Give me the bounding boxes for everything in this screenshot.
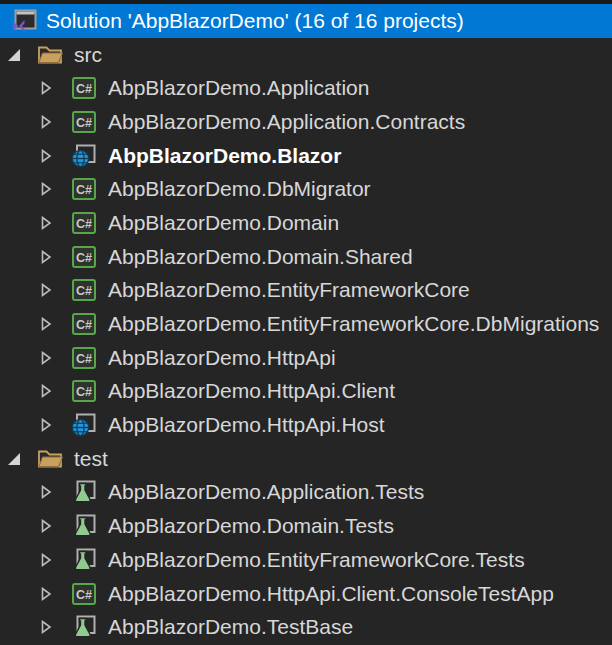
- tree-collapsed-icon[interactable]: [38, 518, 54, 534]
- tree-collapsed-icon[interactable]: [38, 350, 54, 366]
- test-project-icon: [70, 478, 98, 506]
- tree-collapsed-icon[interactable]: [38, 383, 54, 399]
- svg-text:C#: C#: [76, 183, 92, 197]
- web-project-icon: [70, 142, 98, 170]
- csharp-project-icon: C#: [70, 580, 98, 608]
- project-node[interactable]: AbpBlazorDemo.Domain.Tests: [0, 509, 612, 543]
- project-label: AbpBlazorDemo.HttpApi.Client: [108, 379, 395, 403]
- project-node[interactable]: C#AbpBlazorDemo.Domain.Shared: [0, 240, 612, 274]
- project-node[interactable]: AbpBlazorDemo.EntityFrameworkCore.Tests: [0, 543, 612, 577]
- project-node[interactable]: C#AbpBlazorDemo.HttpApi.Client.ConsoleTe…: [0, 577, 612, 611]
- project-label: AbpBlazorDemo.Blazor: [108, 144, 341, 168]
- svg-text:C#: C#: [76, 588, 92, 602]
- tree-expanded-icon[interactable]: [6, 451, 22, 467]
- tree-collapsed-icon[interactable]: [38, 249, 54, 265]
- folder-node-src[interactable]: src: [0, 38, 612, 72]
- project-label: AbpBlazorDemo.EntityFrameworkCore.Tests: [108, 548, 525, 572]
- project-label: AbpBlazorDemo.EntityFrameworkCore: [108, 278, 470, 302]
- csharp-project-icon: C#: [70, 108, 98, 136]
- tree-collapsed-icon[interactable]: [38, 316, 54, 332]
- project-label: AbpBlazorDemo.Domain.Shared: [108, 245, 413, 269]
- tree-expanded-icon[interactable]: [6, 47, 22, 63]
- solution-node[interactable]: Solution 'AbpBlazorDemo' (16 of 16 proje…: [0, 4, 612, 38]
- csharp-project-icon: C#: [70, 377, 98, 405]
- csharp-project-icon: C#: [70, 344, 98, 372]
- svg-text:C#: C#: [76, 352, 92, 366]
- folder-open-icon: [36, 445, 64, 473]
- project-label: AbpBlazorDemo.Application.Tests: [108, 480, 424, 504]
- project-node[interactable]: C#AbpBlazorDemo.EntityFrameworkCore.DbMi…: [0, 307, 612, 341]
- tree-collapsed-icon[interactable]: [38, 148, 54, 164]
- project-label: AbpBlazorDemo.Application.Contracts: [108, 110, 465, 134]
- project-label: AbpBlazorDemo.Application: [108, 76, 369, 100]
- project-label: AbpBlazorDemo.HttpApi: [108, 346, 336, 370]
- tree-collapsed-icon[interactable]: [38, 114, 54, 130]
- test-project-icon: [70, 512, 98, 540]
- project-node[interactable]: C#AbpBlazorDemo.Domain: [0, 206, 612, 240]
- svg-text:C#: C#: [76, 82, 92, 96]
- svg-text:C#: C#: [76, 116, 92, 130]
- project-label: AbpBlazorDemo.HttpApi.Host: [108, 413, 385, 437]
- svg-text:C#: C#: [76, 284, 92, 298]
- svg-text:C#: C#: [76, 385, 92, 399]
- project-node[interactable]: C#AbpBlazorDemo.Application.Contracts: [0, 105, 612, 139]
- test-project-icon: [70, 613, 98, 641]
- project-node[interactable]: AbpBlazorDemo.Blazor: [0, 139, 612, 173]
- csharp-project-icon: C#: [70, 74, 98, 102]
- project-label: AbpBlazorDemo.Domain.Tests: [108, 514, 394, 538]
- tree-collapsed-icon[interactable]: [38, 181, 54, 197]
- csharp-project-icon: C#: [70, 175, 98, 203]
- folder-node-test[interactable]: test: [0, 442, 612, 476]
- project-label: AbpBlazorDemo.Domain: [108, 211, 339, 235]
- csharp-project-icon: C#: [70, 209, 98, 237]
- project-node[interactable]: AbpBlazorDemo.HttpApi.Host: [0, 408, 612, 442]
- project-node[interactable]: C#AbpBlazorDemo.HttpApi.Client: [0, 375, 612, 409]
- project-node[interactable]: C#AbpBlazorDemo.DbMigrator: [0, 172, 612, 206]
- folder-open-icon: [36, 41, 64, 69]
- folder-label: test: [74, 447, 108, 471]
- tree-collapsed-icon[interactable]: [38, 215, 54, 231]
- test-project-icon: [70, 546, 98, 574]
- tree-collapsed-icon[interactable]: [38, 417, 54, 433]
- project-tree: srcC#AbpBlazorDemo.ApplicationC#AbpBlazo…: [0, 38, 612, 644]
- project-node[interactable]: C#AbpBlazorDemo.Application: [0, 71, 612, 105]
- project-node[interactable]: AbpBlazorDemo.TestBase: [0, 610, 612, 644]
- tree-collapsed-icon[interactable]: [38, 552, 54, 568]
- csharp-project-icon: C#: [70, 310, 98, 338]
- svg-text:C#: C#: [76, 251, 92, 265]
- project-label: AbpBlazorDemo.DbMigrator: [108, 177, 371, 201]
- svg-text:C#: C#: [76, 318, 92, 332]
- tree-collapsed-icon[interactable]: [38, 282, 54, 298]
- tree-collapsed-icon[interactable]: [38, 80, 54, 96]
- project-label: AbpBlazorDemo.HttpApi.Client.ConsoleTest…: [108, 582, 554, 606]
- project-label: AbpBlazorDemo.TestBase: [108, 615, 353, 639]
- solution-explorer-tree: Solution 'AbpBlazorDemo' (16 of 16 proje…: [0, 0, 612, 645]
- svg-text:C#: C#: [76, 217, 92, 231]
- tree-collapsed-icon[interactable]: [38, 586, 54, 602]
- tree-collapsed-icon[interactable]: [38, 619, 54, 635]
- project-node[interactable]: AbpBlazorDemo.Application.Tests: [0, 476, 612, 510]
- folder-label: src: [74, 43, 102, 67]
- tree-collapsed-icon[interactable]: [38, 484, 54, 500]
- csharp-project-icon: C#: [70, 243, 98, 271]
- csharp-project-icon: C#: [70, 276, 98, 304]
- project-node[interactable]: C#AbpBlazorDemo.EntityFrameworkCore: [0, 274, 612, 308]
- web-project-icon: [70, 411, 98, 439]
- visual-studio-solution-icon: [10, 7, 38, 35]
- project-node[interactable]: C#AbpBlazorDemo.HttpApi: [0, 341, 612, 375]
- project-label: AbpBlazorDemo.EntityFrameworkCore.DbMigr…: [108, 312, 599, 336]
- solution-label: Solution 'AbpBlazorDemo' (16 of 16 proje…: [46, 9, 464, 33]
